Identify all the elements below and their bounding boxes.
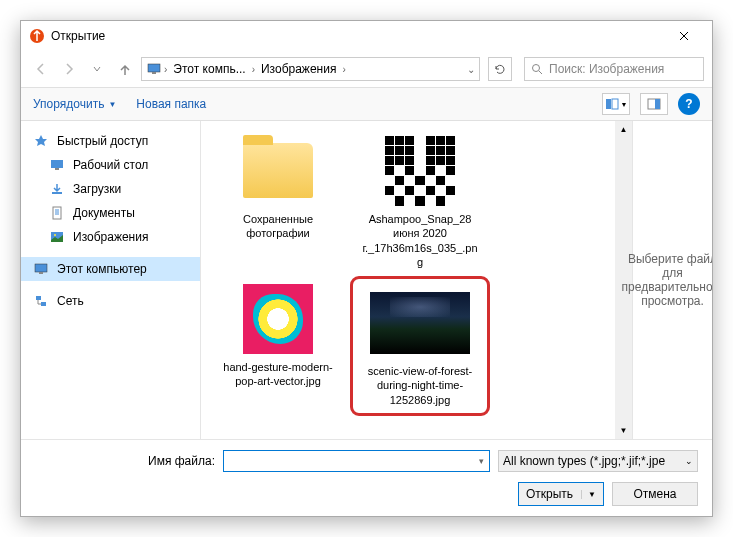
image-thumbnail <box>243 284 313 354</box>
main-area: Быстрый доступ Рабочий стол Загрузки Док… <box>21 121 712 439</box>
sidebar-item-pictures[interactable]: Изображения <box>21 225 200 249</box>
svg-rect-11 <box>53 207 61 219</box>
organize-button[interactable]: Упорядочить ▼ <box>33 97 116 111</box>
preview-panel: Выберите файл для предварительного просм… <box>632 121 712 439</box>
toolbar: Упорядочить ▼ Новая папка ▼ ? <box>21 87 712 121</box>
app-icon <box>29 28 45 44</box>
svg-rect-16 <box>36 296 41 300</box>
refresh-button[interactable] <box>488 57 512 81</box>
file-item-folder[interactable]: Сохраненные фотографии <box>213 133 343 269</box>
filename-label: Имя файла: <box>35 454 215 468</box>
file-list[interactable]: Сохраненные фотографии Ashampoo_Snap_28 … <box>201 121 615 439</box>
document-icon <box>49 205 65 221</box>
help-icon: ? <box>685 97 692 111</box>
svg-rect-2 <box>152 72 156 74</box>
svg-rect-10 <box>52 192 62 194</box>
newfolder-button[interactable]: Новая папка <box>136 97 206 111</box>
chevron-down-icon <box>92 64 102 74</box>
navbar: › Этот компь... › Изображения › ⌄ Поиск:… <box>21 51 712 87</box>
dialog-title: Открытие <box>51 29 664 43</box>
refresh-icon <box>494 63 506 75</box>
help-button[interactable]: ? <box>678 93 700 115</box>
breadcrumb[interactable]: › Этот компь... › Изображения › ⌄ <box>141 57 480 81</box>
cancel-button[interactable]: Отмена <box>612 482 698 506</box>
bottom-panel: Имя файла: All known types (*.jpg;*.jif;… <box>21 439 712 516</box>
forward-button[interactable] <box>57 57 81 81</box>
chevron-down-icon[interactable]: ⌄ <box>467 64 475 75</box>
monitor-icon <box>146 61 162 77</box>
sidebar-item-desktop[interactable]: Рабочий стол <box>21 153 200 177</box>
scroll-up-button[interactable]: ▲ <box>615 121 632 138</box>
svg-point-3 <box>533 65 540 72</box>
picture-icon <box>49 229 65 245</box>
svg-point-13 <box>54 234 56 236</box>
preview-icon <box>647 98 661 110</box>
svg-rect-4 <box>606 99 611 109</box>
star-icon <box>33 133 49 149</box>
chevron-down-icon: ⌄ <box>685 456 693 466</box>
arrow-right-icon <box>62 62 76 76</box>
sidebar: Быстрый доступ Рабочий стол Загрузки Док… <box>21 121 201 439</box>
scroll-down-button[interactable]: ▼ <box>615 422 632 439</box>
filetype-select[interactable]: All known types (*.jpg;*.jif;*.jpe ⌄ <box>498 450 698 472</box>
open-button[interactable]: Открыть ▼ <box>518 482 604 506</box>
chevron-right-icon: › <box>252 64 255 75</box>
filename-input[interactable] <box>223 450 490 472</box>
file-item-qr[interactable]: Ashampoo_Snap_28 июня 2020 г._17h36m16s_… <box>355 133 485 269</box>
sidebar-item-thispc[interactable]: Этот компьютер <box>21 257 200 281</box>
preview-toggle-button[interactable] <box>640 93 668 115</box>
open-file-dialog: Открытие › Этот компь... › Изображения ›… <box>20 20 713 517</box>
file-item-night[interactable]: scenic-view-of-forest-during-night-time-… <box>355 281 485 411</box>
search-input[interactable]: Поиск: Изображения <box>524 57 704 81</box>
chevron-right-icon: › <box>164 64 167 75</box>
qr-thumbnail <box>385 136 455 206</box>
svg-rect-1 <box>148 64 160 72</box>
folder-icon <box>243 143 313 198</box>
sidebar-item-downloads[interactable]: Загрузки <box>21 177 200 201</box>
network-icon <box>33 293 49 309</box>
download-icon <box>49 181 65 197</box>
arrow-up-icon <box>118 62 132 76</box>
svg-rect-7 <box>655 99 660 109</box>
arrow-left-icon <box>34 62 48 76</box>
svg-rect-17 <box>41 302 46 306</box>
search-placeholder: Поиск: Изображения <box>549 62 664 76</box>
sidebar-item-network[interactable]: Сеть <box>21 289 200 313</box>
close-icon <box>679 31 689 41</box>
crumb-thispc[interactable]: Этот компь... <box>169 62 249 76</box>
file-item-popart[interactable]: hand-gesture-modern-pop-art-vector.jpg <box>213 281 343 411</box>
content-area: Сохраненные фотографии Ashampoo_Snap_28 … <box>201 121 712 439</box>
recent-button[interactable] <box>85 57 109 81</box>
image-thumbnail <box>370 292 470 354</box>
layout-icon <box>605 98 619 110</box>
svg-rect-5 <box>612 99 618 109</box>
svg-rect-15 <box>39 272 43 274</box>
search-icon <box>531 63 543 75</box>
chevron-right-icon: › <box>342 64 345 75</box>
sidebar-item-documents[interactable]: Документы <box>21 201 200 225</box>
sidebar-item-quickaccess[interactable]: Быстрый доступ <box>21 129 200 153</box>
view-button[interactable]: ▼ <box>602 93 630 115</box>
up-button[interactable] <box>113 57 137 81</box>
svg-rect-9 <box>55 168 59 170</box>
crumb-pictures[interactable]: Изображения <box>257 62 340 76</box>
close-button[interactable] <box>664 21 704 51</box>
monitor-icon <box>33 261 49 277</box>
desktop-icon <box>49 157 65 173</box>
titlebar: Открытие <box>21 21 712 51</box>
back-button[interactable] <box>29 57 53 81</box>
svg-rect-14 <box>35 264 47 272</box>
svg-rect-8 <box>51 160 63 168</box>
chevron-down-icon: ▼ <box>581 490 596 499</box>
